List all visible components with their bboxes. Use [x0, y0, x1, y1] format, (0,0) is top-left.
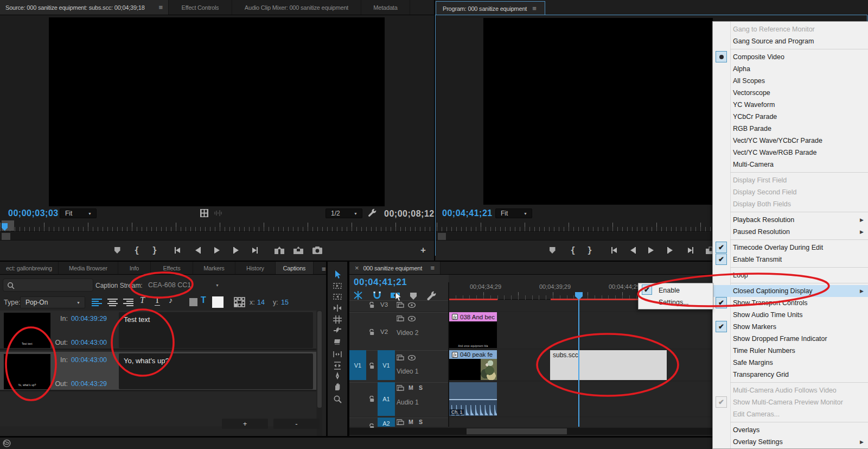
panel-menu-icon[interactable]: ≡ [532, 4, 537, 12]
drag-video-only-icon[interactable] [200, 209, 209, 217]
align-left-button[interactable] [92, 299, 102, 306]
source-resolution-select[interactable]: 1/2 ▼ [326, 208, 362, 218]
mark-in-button[interactable]: { [131, 244, 143, 256]
track-patch-v1[interactable]: V1 [378, 350, 395, 380]
menu-item-overlay-settings[interactable]: Overlay Settings▶ [713, 436, 868, 448]
go-to-out-button[interactable] [249, 244, 261, 256]
clip-subs-scc[interactable]: subs.scc [550, 350, 667, 380]
step-back-button[interactable] [192, 244, 204, 256]
tab-captions[interactable]: Captions [276, 262, 314, 274]
position-x-value[interactable]: 14 [257, 299, 265, 306]
menu-item-show-dropped-frame-indicator[interactable]: Show Dropped Frame Indicator [713, 333, 868, 345]
menu-item-alpha[interactable]: Alpha [713, 63, 868, 75]
caption-row[interactable]: Test textIn:00:04:39:29Out:00:04:43:00Te… [0, 311, 316, 350]
menu-item-loop[interactable]: Loop [713, 269, 868, 281]
menu-item-multi-camera[interactable]: Multi-Camera [713, 159, 868, 170]
source-scrub-ruler[interactable] [0, 220, 434, 232]
captions-scrollbar[interactable] [317, 311, 322, 436]
mute-button-a1[interactable]: M [409, 384, 415, 392]
add-marker-button[interactable] [111, 244, 123, 256]
menu-item-gang-source-and-program[interactable]: Gang Source and Program [713, 35, 868, 47]
sync-lock-icon-v3[interactable] [397, 302, 405, 308]
step-forward-button[interactable] [664, 244, 676, 256]
overwrite-button[interactable] [292, 244, 304, 256]
clip-038[interactable]: fx 038 And bec And once equipment bla [449, 312, 497, 348]
tab-timeline-sequence[interactable]: × 000 sanitize equipment ≡ [349, 262, 441, 274]
track-label-v2[interactable]: V2 [380, 328, 393, 336]
track-name-v1[interactable]: Video 1 [397, 368, 429, 375]
menu-item-safe-margins[interactable]: Safe Margins [713, 357, 868, 369]
caption-text-field[interactable]: Test text [119, 312, 313, 348]
mark-out-button[interactable]: } [584, 244, 596, 256]
tool-rate-stretch[interactable] [333, 326, 342, 336]
source-video-frame[interactable] [49, 17, 385, 206]
menu-item-show-markers[interactable]: ✔Show Markers [713, 321, 868, 333]
menu-item-vectorscope[interactable]: Vectorscope [713, 87, 868, 99]
mark-out-button[interactable]: } [149, 244, 161, 256]
position-grid-button[interactable] [234, 297, 245, 307]
go-to-in-button[interactable] [171, 244, 183, 256]
tool-slip[interactable] [333, 350, 342, 359]
solo-button-a2[interactable]: S [419, 419, 425, 426]
tool-selection[interactable] [333, 270, 342, 280]
menu-item-closed-captioning-display[interactable]: Closed Captioning Display▶ [713, 285, 868, 297]
menu-item-paused-resolution[interactable]: Paused Resolution▶ [713, 226, 868, 238]
menu-item-vect-yc-wave-rgb-parade[interactable]: Vect/YC Wave/RGB Parade [713, 147, 868, 159]
add-marker-button[interactable] [546, 244, 558, 256]
program-video-frame[interactable] [483, 18, 713, 205]
menu-item-playback-resolution[interactable]: Playback Resolution▶ [713, 214, 868, 226]
tool-zoom[interactable] [333, 395, 342, 404]
caption-thumbnail[interactable]: Yo, what's up? [4, 354, 50, 389]
track-name-a1[interactable]: Audio 1 [397, 399, 429, 406]
snap-toggle-icon[interactable] [373, 291, 382, 300]
align-right-button[interactable] [123, 299, 133, 306]
out-timecode[interactable]: 00:04:43:00 [71, 339, 107, 346]
submenu-item-enable[interactable]: ✔Enable [639, 284, 713, 296]
menu-item-all-scopes[interactable]: All Scopes [713, 75, 868, 87]
menu-item-show-transport-controls[interactable]: ✔Show Transport Controls [713, 297, 868, 309]
tab-info[interactable]: Info [118, 262, 151, 274]
tab-markers[interactable]: Markers [193, 262, 235, 274]
tool-track-select-backward[interactable] [333, 292, 342, 302]
caption-row[interactable]: Yo, what's up?In:00:04:43:00Out:00:04:43… [0, 352, 316, 391]
creative-cloud-icon[interactable] [3, 439, 11, 447]
sync-lock-icon-v2[interactable] [397, 315, 405, 322]
button-editor-plus[interactable]: + [417, 244, 429, 256]
tab-effect-controls[interactable]: Effect Controls [169, 0, 232, 15]
remove-caption-button[interactable]: - [273, 419, 320, 429]
tool-track-select-forward[interactable] [333, 281, 342, 291]
program-zoom-select[interactable]: Fit ▼ [495, 208, 532, 218]
italic-button[interactable]: T [140, 295, 145, 305]
tool-ripple-edit[interactable] [333, 303, 342, 313]
menu-item-composite-video[interactable]: Composite Video [713, 51, 868, 63]
menu-item-ycbcr-parade[interactable]: YCbCr Parade [713, 111, 868, 123]
in-timecode[interactable]: 00:04:39:29 [71, 315, 107, 322]
sync-lock-icon-a1[interactable] [397, 385, 405, 391]
step-back-button[interactable] [627, 244, 639, 256]
tab-audio-clip-mixer-000-san[interactable]: Audio Clip Mixer: 000 sanitize equipment [232, 0, 361, 15]
source-patch-v1[interactable]: V1 [349, 350, 366, 380]
track-patch-a2[interactable]: A2 [378, 418, 395, 427]
tab-media-browser[interactable]: Media Browser [59, 262, 118, 274]
lock-icon-v3[interactable] [369, 302, 375, 309]
clip-040[interactable]: fx 040 peak fe [449, 350, 497, 380]
tool-pen[interactable] [333, 371, 342, 381]
nest-toggle-icon[interactable] [354, 291, 363, 300]
tab-effects[interactable]: Effects [151, 262, 193, 274]
mark-in-button[interactable]: { [567, 244, 579, 256]
background-color-swatch[interactable] [189, 298, 197, 306]
caption-stream-select[interactable]: CEA-608 CC1 ▼ [143, 279, 222, 291]
tool-razor[interactable] [333, 338, 342, 347]
tab-source-000-sanitize-equi[interactable]: Source: 000 sanitize equipment: subs.scc… [0, 0, 169, 15]
track-output-eye-icon-v3[interactable] [408, 302, 416, 308]
menu-item-timecode-overlay-during-edit[interactable]: ✔Timecode Overlay During Edit [713, 242, 868, 254]
play-button[interactable] [645, 244, 657, 256]
panel-menu-icon[interactable]: ≡ [431, 264, 435, 272]
menu-item-vect-yc-wave-ycbcr-parade[interactable]: Vect/YC Wave/YCbCr Parade [713, 135, 868, 147]
drag-audio-only-icon[interactable] [214, 210, 224, 217]
menu-item-show-audio-time-units[interactable]: Show Audio Time Units [713, 309, 868, 321]
menu-item-time-ruler-numbers[interactable]: Time Ruler Numbers [713, 345, 868, 357]
menu-item-overlays[interactable]: Overlays [713, 424, 868, 436]
tool-slide[interactable] [333, 361, 342, 371]
close-icon[interactable]: × [355, 264, 359, 272]
